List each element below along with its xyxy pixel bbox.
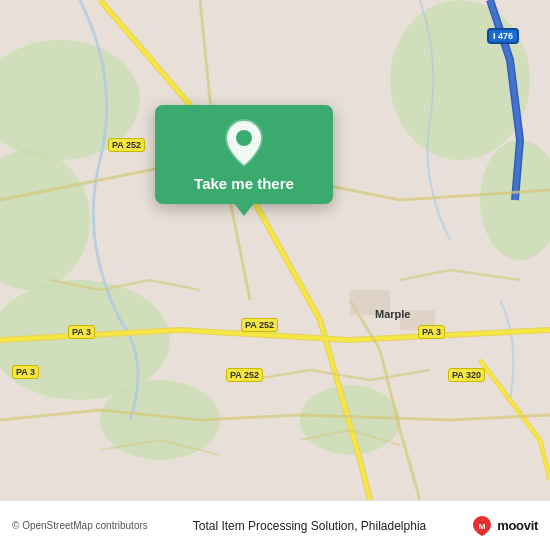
interstate-label-i476: I 476: [487, 28, 519, 44]
road-label-pa3-left2: PA 3: [12, 365, 39, 379]
road-label-pa252-bot: PA 252: [226, 368, 263, 382]
take-me-there-button[interactable]: Take me there: [194, 175, 294, 192]
road-label-pa252-top: PA 252: [108, 138, 145, 152]
place-label-marple: Marple: [375, 308, 410, 320]
map-svg: [0, 0, 550, 500]
road-label-pa3-left1: PA 3: [68, 325, 95, 339]
moovit-logo: M moovit: [471, 515, 538, 537]
svg-point-10: [236, 130, 252, 146]
popup-card[interactable]: Take me there: [155, 105, 333, 204]
road-label-pa252-mid: PA 252: [241, 318, 278, 332]
location-name: Total Item Processing Solution, Philadel…: [148, 519, 471, 533]
moovit-text: moovit: [497, 518, 538, 533]
svg-text:M: M: [479, 522, 486, 531]
map-container: I 476 PA 252 PA 252 PA 252 PA 3 PA 3 PA …: [0, 0, 550, 500]
moovit-icon: M: [471, 515, 493, 537]
bottom-bar: © OpenStreetMap contributors Total Item …: [0, 500, 550, 550]
osm-attribution: © OpenStreetMap contributors: [12, 520, 148, 531]
road-label-pa3-right: PA 3: [418, 325, 445, 339]
road-label-pa320: PA 320: [448, 368, 485, 382]
location-pin-icon: [220, 119, 268, 167]
